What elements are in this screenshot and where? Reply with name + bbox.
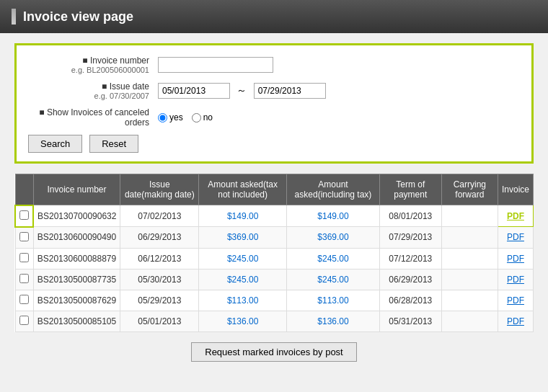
row-checkbox[interactable] bbox=[19, 316, 29, 325]
row-checkbox-cell bbox=[15, 248, 33, 269]
table-row: BS2013070009063207/02/2013$149.00$149.00… bbox=[15, 205, 534, 227]
cell-pdf-link[interactable]: PDF bbox=[498, 311, 533, 331]
search-section: ■ Invoice number e.g. BL200506000001 ■ I… bbox=[14, 43, 534, 164]
row-checkbox-cell bbox=[15, 227, 33, 249]
cell-term-of-payment: 08/01/2013 bbox=[379, 205, 441, 227]
cell-pdf-link[interactable]: PDF bbox=[498, 269, 533, 290]
cell-carrying-forward bbox=[441, 269, 498, 290]
cell-amount-inc-tax: $245.00 bbox=[287, 248, 380, 269]
header: Invoice view page bbox=[0, 0, 548, 33]
invoice-number-input[interactable] bbox=[158, 57, 273, 73]
cell-issue-date: 07/02/2013 bbox=[120, 205, 199, 227]
cell-amount-ex-tax: $245.00 bbox=[199, 248, 287, 269]
cell-issue-date: 05/01/2013 bbox=[120, 311, 199, 331]
table-row: BS2013050008510505/01/2013$136.00$136.00… bbox=[15, 311, 534, 331]
cell-term-of-payment: 05/31/2013 bbox=[379, 311, 441, 331]
invoice-number-label: ■ Invoice number e.g. BL200506000001 bbox=[28, 55, 158, 74]
cell-pdf-link[interactable]: PDF bbox=[498, 290, 533, 311]
cell-term-of-payment: 06/29/2013 bbox=[379, 269, 441, 290]
cell-pdf-link[interactable]: PDF bbox=[498, 205, 533, 227]
cell-issue-date: 05/30/2013 bbox=[120, 269, 199, 290]
row-checkbox[interactable] bbox=[19, 232, 29, 241]
issue-date-field-container: ～ bbox=[158, 83, 520, 99]
table-header-row: Invoice number Issue date(making date) A… bbox=[15, 174, 534, 205]
table-row: BS2013060008887906/12/2013$245.00$245.00… bbox=[15, 248, 534, 269]
cell-amount-inc-tax: $113.00 bbox=[287, 290, 380, 311]
row-checkbox-cell bbox=[15, 269, 33, 290]
request-post-button[interactable]: Request marked invoices by post bbox=[191, 342, 356, 362]
row-checkbox-cell bbox=[15, 205, 33, 227]
row-checkbox-cell bbox=[15, 311, 33, 331]
cell-invoice-number: BS20130500087735 bbox=[33, 269, 120, 290]
date-range-separator: ～ bbox=[237, 84, 247, 96]
cell-carrying-forward bbox=[441, 290, 498, 311]
issue-date-label: ■ Issue date e.g. 07/30/2007 bbox=[28, 81, 158, 100]
search-buttons: Search Reset bbox=[28, 135, 520, 153]
cell-amount-inc-tax: $245.00 bbox=[287, 269, 380, 290]
cell-invoice-number: BS20130600088879 bbox=[33, 248, 120, 269]
issue-date-from-input[interactable] bbox=[158, 83, 230, 99]
cell-amount-ex-tax: $136.00 bbox=[199, 311, 287, 331]
cell-amount-ex-tax: $369.00 bbox=[199, 227, 287, 249]
radio-yes[interactable] bbox=[158, 113, 167, 122]
col-amount-ex-tax: Amount asked(tax not included) bbox=[199, 174, 287, 205]
invoice-table-section: Invoice number Issue date(making date) A… bbox=[14, 174, 534, 332]
cell-carrying-forward bbox=[441, 205, 498, 227]
cell-invoice-number: BS20130500087629 bbox=[33, 290, 120, 311]
cell-invoice-number: BS20130600090490 bbox=[33, 227, 120, 249]
row-checkbox-cell bbox=[15, 290, 33, 311]
invoice-number-field-container bbox=[158, 57, 520, 73]
search-button[interactable]: Search bbox=[28, 135, 82, 153]
cell-pdf-link[interactable]: PDF bbox=[498, 248, 533, 269]
cell-term-of-payment: 06/28/2013 bbox=[379, 290, 441, 311]
cell-issue-date: 06/29/2013 bbox=[120, 227, 199, 249]
cell-amount-ex-tax: $149.00 bbox=[199, 205, 287, 227]
invoice-table: Invoice number Issue date(making date) A… bbox=[14, 174, 534, 332]
table-row: BS2013050008762905/29/2013$113.00$113.00… bbox=[15, 290, 534, 311]
show-cancelled-label: ■ Show Invoices of canceled orders bbox=[28, 107, 158, 128]
cell-amount-ex-tax: $245.00 bbox=[199, 269, 287, 290]
row-checkbox[interactable] bbox=[19, 210, 29, 220]
cell-invoice-number: BS20130500085105 bbox=[33, 311, 120, 331]
cell-issue-date: 06/12/2013 bbox=[120, 248, 199, 269]
cell-term-of-payment: 07/12/2013 bbox=[379, 248, 441, 269]
issue-date-row: ■ Issue date e.g. 07/30/2007 ～ bbox=[28, 81, 520, 100]
col-amount-inc-tax: Amount asked(including tax) bbox=[287, 174, 380, 205]
row-checkbox[interactable] bbox=[19, 295, 29, 304]
issue-date-to-input[interactable] bbox=[254, 83, 326, 99]
cell-term-of-payment: 07/29/2013 bbox=[379, 227, 441, 249]
cell-carrying-forward bbox=[441, 311, 498, 331]
show-cancelled-row: ■ Show Invoices of canceled orders yes n… bbox=[28, 107, 520, 128]
col-checkbox bbox=[15, 174, 33, 205]
col-term-of-payment: Term of payment bbox=[379, 174, 441, 205]
cell-amount-inc-tax: $369.00 bbox=[287, 227, 380, 249]
cell-carrying-forward bbox=[441, 227, 498, 249]
cell-amount-inc-tax: $149.00 bbox=[287, 205, 380, 227]
table-row: BS2013060009049006/29/2013$369.00$369.00… bbox=[15, 227, 534, 249]
radio-no[interactable] bbox=[192, 113, 201, 122]
header-icon bbox=[12, 9, 16, 24]
cell-invoice-number: BS20130700090632 bbox=[33, 205, 120, 227]
page-title: Invoice view page bbox=[23, 9, 133, 24]
cell-issue-date: 05/29/2013 bbox=[120, 290, 199, 311]
col-carrying-forward: Carrying forward bbox=[441, 174, 498, 205]
row-checkbox[interactable] bbox=[19, 274, 29, 283]
cell-pdf-link[interactable]: PDF bbox=[498, 227, 533, 249]
invoice-number-row: ■ Invoice number e.g. BL200506000001 bbox=[28, 55, 520, 74]
radio-yes-label[interactable]: yes bbox=[158, 112, 183, 122]
col-invoice-number: Invoice number bbox=[33, 174, 120, 205]
row-checkbox[interactable] bbox=[19, 253, 29, 262]
show-cancelled-radio-group: yes no bbox=[158, 112, 520, 122]
reset-button[interactable]: Reset bbox=[89, 135, 138, 153]
radio-yes-text: yes bbox=[169, 112, 183, 122]
cell-amount-ex-tax: $113.00 bbox=[199, 290, 287, 311]
footer-section: Request marked invoices by post bbox=[0, 342, 548, 362]
col-issue-date: Issue date(making date) bbox=[120, 174, 199, 205]
cell-amount-inc-tax: $136.00 bbox=[287, 311, 380, 331]
table-row: BS2013050008773505/30/2013$245.00$245.00… bbox=[15, 269, 534, 290]
radio-no-label[interactable]: no bbox=[192, 112, 213, 122]
col-invoice: Invoice bbox=[498, 174, 533, 205]
radio-no-text: no bbox=[203, 112, 213, 122]
cell-carrying-forward bbox=[441, 248, 498, 269]
